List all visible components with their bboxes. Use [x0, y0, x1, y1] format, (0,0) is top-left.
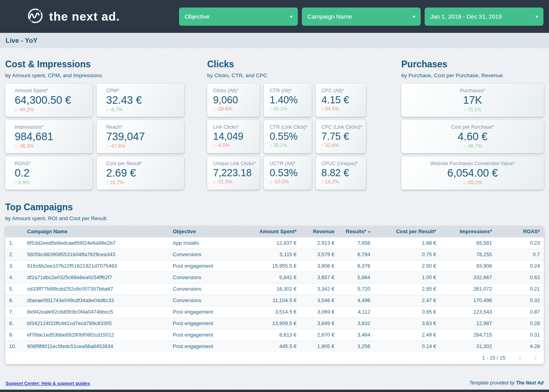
arrow-up-icon: ↑ — [322, 179, 324, 185]
row-rank: 9. — [5, 329, 23, 341]
campaign-name-filter-dropdown[interactable]: Campaign Name ▾ — [302, 8, 421, 26]
table-cell: Conversions — [169, 249, 236, 260]
table-cell: 5,115 € — [236, 249, 300, 260]
kpi-label: CPUC (Unique)* — [322, 161, 362, 166]
arrow-up-icon: ↑ — [464, 107, 466, 112]
table-cell: 3,849 € — [300, 318, 338, 329]
kpi-card-clicks-all: Clicks (All)*9,060↓-28.6% — [207, 84, 260, 117]
campaign-name-filter-label: Campaign Name — [307, 13, 352, 20]
kpi-label: Cost per Purchase* — [405, 124, 540, 130]
table-cell: 5,864 — [338, 272, 374, 283]
column-header-revenue: Revenue — [300, 226, 338, 237]
kpi-change: ↓-28.6% — [213, 106, 256, 112]
section-title: Cost & Impressions — [5, 59, 184, 70]
support-center-link[interactable]: Support Center: Help & support guides — [6, 381, 90, 386]
section-title: Clicks — [207, 59, 359, 70]
section-title: Purchases — [401, 59, 544, 70]
table-cell: 1.00 € — [374, 272, 440, 283]
kpi-card-ctr-all: CTR (All)*1.40%↑45.1% — [264, 84, 312, 117]
date-range-picker[interactable]: Jan 1, 2019 - Dec 31, 2019 ▾ — [425, 8, 543, 26]
table-cell: 93,906 — [440, 260, 496, 272]
kpi-card-impressions: Impressions*984,681↓-36.3% — [5, 120, 93, 153]
table-cell: 0.14 € — [374, 341, 440, 352]
kpi-change-value: 6.9% — [18, 180, 30, 185]
kpi-change-value: -36.7% — [467, 143, 482, 149]
table-cell: Post engagement — [169, 341, 236, 352]
arrow-up-icon: ↑ — [106, 180, 109, 185]
table-row: 10.908f9f8011ec5fedc51cea56a8453834Post … — [5, 341, 544, 352]
kpi-change-value: -36.3% — [18, 143, 34, 149]
table-cell: 2,913 € — [300, 237, 338, 249]
kpi-change: ↑16.7% — [106, 180, 180, 185]
kpi-card-grid: Clicks (All)*9,060↓-28.6%CTR (All)*1.40%… — [207, 84, 359, 190]
date-range-label: Jan 1, 2019 - Dec 31, 2019 — [430, 13, 502, 20]
column-header-results[interactable]: Results*▾ — [338, 226, 374, 237]
table-cell: 31,302 — [440, 341, 496, 352]
table-cell: 0.24 — [496, 260, 544, 272]
kpi-card-cpc-link-clicks: CPC (Link Clicks)*7.75 €↑32.6% — [316, 120, 366, 153]
table-row: 2.5805bc8839085531b04ffa7829cea343Conver… — [5, 249, 544, 260]
table-cell: 3,256 — [338, 341, 374, 352]
campaign-name-cell: 8e942eafe92c8d0fc8c0f4a0474bbcc5 — [23, 306, 169, 318]
table-cell: 6,784 — [338, 249, 374, 260]
kpi-change-value: 75.1% — [467, 107, 481, 112]
table-cell: 3,546 € — [300, 295, 338, 306]
arrow-up-icon: ↑ — [270, 106, 272, 112]
kpi-card-uctr-all: UCTR (All)*0.53%↓-10.5% — [264, 156, 312, 190]
table-cell: 0.87 — [496, 306, 544, 318]
table-cell: 3,906 € — [300, 260, 338, 272]
kpi-card-website-purchases-conversion-value: Website Purchases Conversion Value*6,054… — [401, 156, 544, 190]
table-cell: 2.49 € — [374, 329, 440, 341]
kpi-change-value: 16.2% — [325, 179, 339, 185]
column-header-amount-spent: Amount Spent* — [236, 226, 300, 237]
kpi-change: ↓-55.2% — [405, 180, 540, 185]
kpi-value: 17K — [405, 94, 540, 107]
kpi-value: 32.43 € — [106, 94, 180, 107]
kpi-value: 7,223.18 — [213, 167, 256, 179]
previous-page-icon[interactable]: ‹ — [519, 354, 521, 361]
kpi-change-value: -40.2% — [18, 107, 34, 112]
top-campaigns-section: Top Campaigns by Amount spent, ROI and C… — [5, 202, 544, 364]
table-cell: 5,841 € — [236, 272, 300, 283]
column-header-roas: ROAS* — [496, 226, 544, 237]
table-cell: 7,656 — [338, 237, 374, 249]
kpi-label: CTR (All)* — [270, 88, 308, 93]
kpi-card-link-clicks: Link Clicks*14,049↓-4.5% — [207, 120, 260, 153]
campaign-name-cell: bf53d2eed5e8edcae659f24e6a98e2b7 — [23, 237, 169, 249]
kpi-value: 984,681 — [15, 130, 89, 143]
section-subtitle: by Amount spent, CPM, and Impressions — [5, 72, 184, 78]
kpi-change-value: 35.2% — [273, 143, 287, 148]
table-row: 7.8e942eafe92c8d0fc8c0f4a0474bbcc5Post e… — [5, 306, 544, 318]
table-cell: 12,837 € — [236, 237, 300, 249]
column-header-label: Cost per Result* — [396, 228, 436, 234]
kpi-change-value: 45.1% — [273, 106, 287, 112]
sort-descending-icon[interactable]: ▾ — [368, 230, 370, 234]
kpi-label: Unique Link Clicks* — [213, 161, 256, 166]
kpi-card-grid: Purchases*17K↑75.1%Cost per Purchase*4.6… — [401, 84, 544, 190]
row-rank: 6. — [5, 295, 23, 306]
table-row: 4.df2a71dbc2e0325c68e8ea0c54ff62f7Conver… — [5, 272, 544, 283]
template-credit: Template provided by The Next Ad — [469, 380, 543, 386]
objective-filter-dropdown[interactable]: Objective ▾ — [179, 8, 298, 26]
table-cell: 2.85 € — [374, 283, 440, 295]
arrow-down-icon: ↓ — [15, 143, 17, 149]
kpi-card-grid: Amount Spent*64,300.50 €↓-40.2%CPM*32.43… — [5, 84, 184, 190]
view-mode-bar: Live - YoY — [0, 33, 549, 48]
kpi-label: Clicks (All)* — [213, 88, 256, 93]
objective-filter-label: Objective — [185, 13, 210, 20]
column-header-rank — [5, 226, 23, 237]
kpi-change-value: -21.5% — [217, 179, 233, 185]
kpi-value: 1.40% — [270, 94, 308, 106]
kpi-value: 0.55% — [270, 130, 308, 142]
bottom-divider-bar — [0, 390, 549, 392]
kpi-change: ↓-40.2% — [15, 107, 89, 112]
kpi-label: CPC (Link Clicks)* — [322, 124, 362, 130]
kpi-change-value: 16.7% — [110, 180, 124, 185]
column-header-label: Campaign Name — [27, 228, 67, 234]
next-page-icon[interactable]: › — [534, 354, 537, 361]
kpi-value: 14,049 — [213, 130, 256, 142]
kpi-change: ↓-47.6% — [106, 143, 180, 149]
kpi-label: Impressions* — [15, 124, 89, 130]
column-header-label: Amount Spent* — [259, 228, 297, 234]
kpi-card-cost-per-purchase: Cost per Purchase*4.60 €↓-36.7% — [401, 120, 544, 153]
